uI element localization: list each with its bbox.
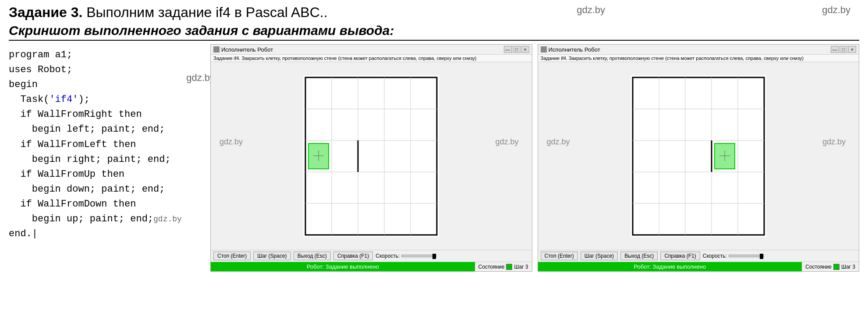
win2-speed-thumb [760, 254, 763, 259]
grid-svg-2 [631, 75, 766, 237]
window-1-controls[interactable]: — □ × [504, 46, 529, 53]
win1-help-btn[interactable]: Справка (F1) [333, 252, 373, 260]
win-2-minimize[interactable]: — [831, 46, 839, 53]
window-1-titlebar: Исполнитель Робот — □ × [211, 45, 532, 55]
window-2-toolbar: Стоп (Enter) Шаг (Space) Выход (Esc) Спр… [538, 250, 859, 262]
code-line-5: if WallFromRight then [9, 107, 210, 122]
grid-area-2 [631, 75, 766, 237]
win-1-close[interactable]: × [521, 46, 529, 53]
win1-speed-label: Скорость: [376, 253, 400, 259]
robot-icon-2 [541, 46, 547, 52]
win2-speed-track[interactable] [729, 255, 764, 257]
win1-state-label: Состояние [478, 264, 505, 270]
win-2-close[interactable]: × [848, 46, 856, 53]
code-line-8: begin right; paint; end; [9, 152, 210, 167]
win-2-restore[interactable]: □ [840, 46, 847, 53]
page: Задание 3. Выполним задание if4 в Pascal… [0, 0, 868, 329]
win2-state-indicator [833, 264, 840, 270]
win1-speed: Скорость: [376, 253, 436, 259]
robot-window-2: Исполнитель Робот — □ × Задание if4. Зак… [538, 44, 860, 272]
code-string-if4: 'if4' [49, 94, 78, 105]
win2-status-row: Робот: Задание выполнено Состояние Шаг 3 [538, 262, 859, 271]
win1-speed-thumb [432, 254, 436, 259]
window-2-title-text: Исполнитель Робот [549, 46, 600, 53]
svg-rect-14 [633, 77, 764, 235]
watermark-header-2: gdz.by [822, 4, 850, 16]
code-line-3: begin [9, 77, 210, 92]
win2-status-bar: Робот: Задание выполнено [538, 262, 802, 271]
win2-help-btn[interactable]: Справка (F1) [660, 252, 700, 260]
grid-area-1 [303, 75, 439, 237]
watermark-win2-right: gdz.by [822, 137, 846, 147]
windows-container: Исполнитель Робот — □ × Задание if4. Зак… [210, 44, 859, 272]
win1-speed-track[interactable] [401, 255, 436, 257]
watermark-win1-right: gdz.by [495, 137, 518, 147]
code-panel: program a1; uses Robot; begin Task('if4'… [9, 44, 210, 245]
win2-step-btn[interactable]: Шаг (Space) [581, 252, 618, 260]
robot-icon-1 [213, 46, 220, 52]
win2-stop-btn[interactable]: Стоп (Enter) [541, 252, 578, 260]
code-line-9: if WallFromUp then [9, 167, 210, 182]
window-2-subtitle: Задание if4. Закрасить клетку, противопо… [538, 55, 859, 62]
win2-step-label: Шаг 3 [841, 264, 855, 270]
header-section: Задание 3. Выполним задание if4 в Pascal… [9, 4, 859, 21]
win2-status-right: Состояние Шаг 3 [802, 262, 859, 271]
win1-step-label: Шаг 3 [514, 264, 528, 270]
window-2-body: gdz.by gdz.by [538, 62, 859, 250]
window-2-controls[interactable]: — □ × [831, 46, 856, 53]
title-bold: Задание 3. [9, 4, 82, 20]
window-1-title-left: Исполнитель Робот [213, 46, 273, 53]
win-1-restore[interactable]: □ [513, 46, 521, 53]
window-1-subtitle: Задание if4. Закрасить клетку, противопо… [211, 55, 532, 62]
code-line-13: end.| [9, 227, 210, 242]
win2-exit-btn[interactable]: Выход (Esc) [620, 252, 658, 260]
win2-speed-label: Скорость: [703, 253, 727, 259]
window-2-titlebar: Исполнитель Робот — □ × [538, 45, 859, 55]
title-rest: Выполним задание if4 в Pascal ABC.. [86, 4, 327, 20]
subtitle: Скриншот выполненного задания с варианта… [9, 23, 859, 41]
watermark-win2-left: gdz.by [547, 137, 570, 147]
win1-status-right: Состояние Шаг 3 [475, 262, 532, 271]
main-content: program a1; uses Robot; begin Task('if4'… [9, 44, 859, 272]
win1-stop-btn[interactable]: Стоп (Enter) [213, 252, 251, 260]
win2-speed: Скорость: [703, 253, 764, 259]
robot-window-1: Исполнитель Робот — □ × Задание if4. Зак… [210, 44, 532, 272]
code-line-11: if WallFromDown then [9, 197, 210, 212]
window-1-toolbar: Стоп (Enter) Шаг (Space) Выход (Esc) Спр… [211, 250, 532, 262]
watermark-win1-left: gdz.by [220, 137, 243, 147]
code-line-12: begin up; paint; end;gdz.by [9, 212, 210, 227]
code-line-6: begin left; paint; end; [9, 122, 210, 137]
code-line-7: if WallFromLeft then [9, 137, 210, 152]
page-title: Задание 3. Выполним задание if4 в Pascal… [9, 4, 859, 21]
win1-status-bar: Робот: Задание выполнено [211, 262, 475, 271]
grid-svg-1 [303, 75, 439, 237]
code-line-4: Task('if4'); [9, 92, 210, 107]
code-line-10: begin down; paint; end; [9, 182, 210, 197]
code-line-1: program a1; [9, 48, 210, 63]
win1-step-btn[interactable]: Шаг (Space) [253, 252, 291, 260]
window-1-body: gdz.by gdz.by [211, 62, 532, 250]
code-line-2: uses Robot; [9, 63, 210, 77]
win1-exit-btn[interactable]: Выход (Esc) [294, 252, 331, 260]
win1-state-indicator [506, 264, 512, 270]
win1-status-row: Робот: Задание выполнено Состояние Шаг 3 [211, 262, 532, 271]
win2-state-label: Состояние [805, 264, 832, 270]
window-1-title-text: Исполнитель Робот [221, 46, 273, 53]
window-2-title-left: Исполнитель Робот [541, 46, 600, 53]
watermark-header-1: gdz.by [577, 4, 605, 16]
win-1-minimize[interactable]: — [504, 46, 512, 53]
